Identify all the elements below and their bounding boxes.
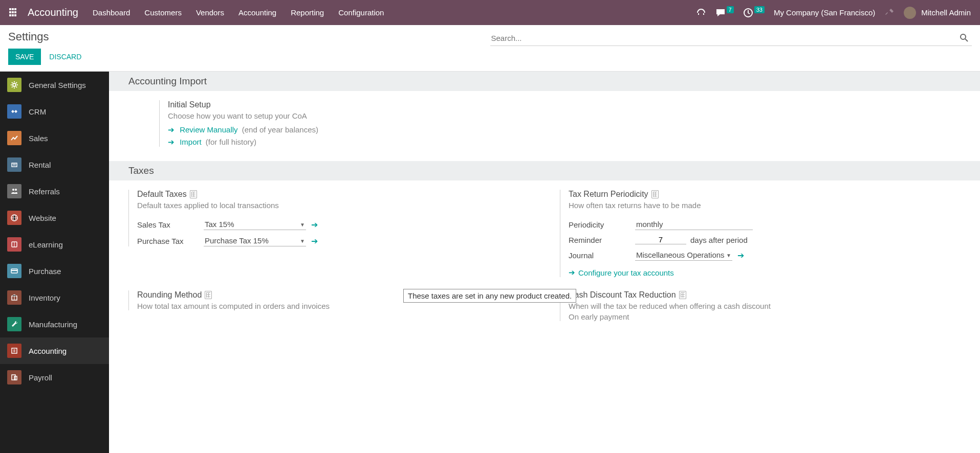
money-icon	[7, 344, 21, 358]
col-periodicity: Tax Return Periodicity How often tax ret…	[560, 190, 961, 277]
label-sales-tax: Sales Tax	[137, 220, 204, 229]
chevron-down-icon[interactable]: ▼	[726, 253, 731, 258]
select-sales-tax[interactable]: ▼	[204, 219, 306, 230]
setting-title-text: Tax Return Periodicity	[569, 190, 648, 199]
sidebar-item-label: Manufacturing	[29, 320, 77, 329]
company-icon	[205, 291, 212, 299]
sidebar-item-inventory[interactable]: Inventory	[0, 284, 109, 311]
messages-icon[interactable]: 7	[715, 8, 734, 17]
svg-rect-11	[12, 375, 15, 380]
input-periodicity[interactable]	[636, 220, 745, 229]
sidebar-item-label: Payroll	[29, 373, 52, 382]
people-icon	[7, 184, 21, 198]
external-link-icon[interactable]: ➔	[311, 220, 318, 230]
setting-default-taxes: Default Taxes Default taxes applied to l…	[128, 190, 529, 246]
select-periodicity[interactable]	[635, 219, 753, 230]
sidebar-item-label: Referrals	[29, 187, 60, 196]
link-review-manually[interactable]: Review Manually	[180, 125, 237, 134]
search-button[interactable]	[957, 32, 971, 43]
external-link-icon[interactable]: ➔	[311, 236, 318, 246]
label-purchase-tax: Purchase Tax	[137, 237, 204, 245]
configure-link-row: ➔ Configure your tax accounts	[569, 268, 961, 277]
sidebar-item-accounting[interactable]: Accounting	[0, 337, 109, 364]
svg-point-5	[15, 189, 17, 191]
menu-customers[interactable]: Customers	[144, 8, 182, 17]
sidebar-item-label: Inventory	[29, 293, 60, 302]
sidebar-item-label: Purchase	[29, 267, 61, 276]
col-cash-discount: Cash Discount Tax Reduction When will th…	[560, 290, 961, 321]
link-suffix: (for full history)	[206, 138, 256, 146]
topbar-right: 7 33 My Company (San Francisco) Mitchell…	[696, 7, 971, 19]
link-configure-tax-accounts[interactable]: ➔ Configure your tax accounts	[569, 268, 674, 277]
section-body-accounting-import: Initial Setup Choose how you want to set…	[109, 91, 980, 161]
search-icon	[960, 33, 969, 42]
setting-desc: Choose how you want to setup your CoA	[168, 111, 961, 120]
activities-icon[interactable]: 33	[743, 8, 765, 18]
company-switcher[interactable]: My Company (San Francisco)	[774, 8, 875, 17]
sidebar-item-general-settings[interactable]: General Settings	[0, 72, 109, 98]
sidebar-item-manufacturing[interactable]: Manufacturing	[0, 311, 109, 337]
link-import[interactable]: Import	[180, 138, 202, 146]
tooltip: These taxes are set in any new product c…	[403, 289, 576, 303]
body: General Settings CRM Sales Rental Referr…	[0, 72, 980, 453]
sidebar-item-rental[interactable]: Rental	[0, 151, 109, 178]
sidebar-item-label: Rental	[29, 161, 51, 169]
menu-vendors[interactable]: Vendors	[196, 8, 224, 17]
select-journal[interactable]: ▼	[635, 250, 732, 261]
row-periodicity: Periodicity	[569, 219, 961, 230]
input-sales-tax[interactable]	[205, 220, 298, 229]
row-reminder: Reminder days after period	[569, 235, 961, 244]
discard-button[interactable]: DISCARD	[46, 49, 84, 65]
sidebar-item-payroll[interactable]: Payroll	[0, 364, 109, 391]
link-suffix: (end of year balances)	[242, 125, 318, 134]
apps-icon[interactable]	[9, 8, 18, 17]
sidebar-item-referrals[interactable]: Referrals	[0, 178, 109, 205]
avatar	[904, 7, 916, 19]
input-journal[interactable]	[636, 251, 724, 259]
setting-links: ➔ Review Manually (end of year balances)…	[168, 125, 961, 147]
sidebar-item-label: CRM	[29, 107, 46, 116]
chevron-down-icon[interactable]: ▼	[300, 222, 305, 228]
user-name: Mitchell Admin	[921, 8, 971, 17]
input-purchase-tax[interactable]	[205, 236, 298, 245]
row-sales-tax: Sales Tax ▼ ➔	[137, 219, 529, 230]
setting-title: Cash Discount Tax Reduction	[569, 290, 961, 300]
save-button[interactable]: SAVE	[8, 49, 41, 65]
setting-desc: How often tax returns have to be made	[569, 201, 961, 210]
external-link-icon[interactable]: ➔	[737, 251, 744, 260]
setting-initial-setup: Initial Setup Choose how you want to set…	[159, 100, 961, 147]
top-menu: Dashboard Customers Vendors Accounting R…	[93, 8, 384, 17]
menu-accounting[interactable]: Accounting	[238, 8, 276, 17]
setting-desc: When will the tax be reduced when offeri…	[569, 302, 961, 310]
activities-badge: 33	[754, 6, 765, 13]
svg-point-1	[961, 34, 966, 39]
arrow-right-icon: ➔	[569, 268, 575, 277]
sidebar-item-purchase[interactable]: Purchase	[0, 258, 109, 284]
user-menu[interactable]: Mitchell Admin	[904, 7, 971, 19]
globe-icon	[7, 211, 21, 225]
menu-configuration[interactable]: Configuration	[338, 8, 384, 17]
select-purchase-tax[interactable]: ▼	[204, 235, 306, 246]
box-icon	[7, 290, 21, 305]
wrench-icon	[7, 317, 21, 331]
chevron-down-icon[interactable]: ▼	[300, 238, 305, 244]
col-default-taxes: Default Taxes Default taxes applied to l…	[128, 190, 529, 277]
sidebar-item-elearning[interactable]: eLearning	[0, 231, 109, 258]
sidebar-item-crm[interactable]: CRM	[0, 98, 109, 125]
support-icon[interactable]	[696, 8, 706, 18]
settings-content: Accounting Import Initial Setup Choose h…	[109, 72, 980, 453]
sidebar-item-label: eLearning	[29, 240, 63, 249]
debug-icon[interactable]	[884, 8, 895, 18]
search-input[interactable]	[491, 34, 958, 42]
setting-title: Default Taxes	[137, 190, 529, 199]
link-text: Configure your tax accounts	[578, 268, 674, 277]
sidebar-item-website[interactable]: Website	[0, 205, 109, 231]
setting-title: Tax Return Periodicity	[569, 190, 961, 199]
setting-periodicity: Tax Return Periodicity How often tax ret…	[560, 190, 961, 277]
sidebar-item-sales[interactable]: Sales	[0, 125, 109, 151]
label-periodicity: Periodicity	[569, 220, 635, 229]
menu-reporting[interactable]: Reporting	[291, 8, 324, 17]
input-reminder[interactable]	[635, 235, 686, 244]
book-icon	[7, 237, 21, 252]
menu-dashboard[interactable]: Dashboard	[93, 8, 130, 17]
